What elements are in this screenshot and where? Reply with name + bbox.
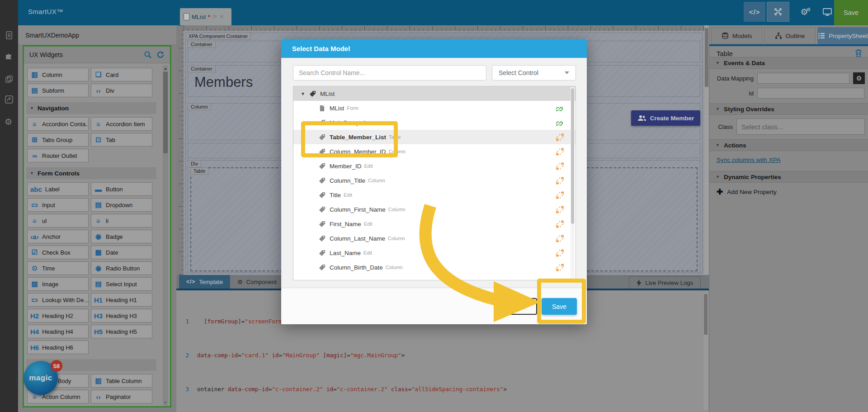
- node-type-icon: [319, 250, 326, 256]
- tree-scrollbar[interactable]: [571, 87, 575, 279]
- select-control-value: Select Control: [499, 69, 538, 76]
- node-type-icon: [309, 90, 316, 97]
- link-state-icon[interactable]: [556, 133, 564, 141]
- link-state-icon[interactable]: [556, 235, 564, 242]
- node-type-icon: [319, 105, 326, 112]
- annotation-arrow: [389, 194, 552, 330]
- node-label: Column_Birth_Date: [330, 264, 383, 271]
- link-state-icon[interactable]: [556, 119, 564, 127]
- node-label: First_Name: [330, 221, 361, 227]
- link-state-icon[interactable]: [556, 220, 564, 228]
- link-state-icon[interactable]: [556, 90, 564, 98]
- node-type-tag: Form: [347, 105, 359, 111]
- link-state-icon[interactable]: [556, 104, 564, 112]
- tree-row[interactable]: ▼ Column_Title Column: [293, 173, 576, 188]
- node-type-tag: Edit: [364, 221, 373, 227]
- node-label: Last_Name: [330, 250, 361, 256]
- link-state-icon[interactable]: [556, 162, 564, 170]
- node-type-icon: [319, 177, 326, 184]
- scrollbar-thumb[interactable]: [571, 88, 574, 224]
- chevron-down-icon: [565, 71, 569, 74]
- link-state-icon[interactable]: [556, 177, 564, 185]
- node-label: Member_ID: [330, 163, 362, 170]
- node-type-icon: [319, 264, 326, 271]
- link-state-icon[interactable]: [556, 264, 564, 271]
- node-type-tag: Column: [368, 178, 385, 183]
- annotation-highlight-table-member-list: [301, 121, 398, 157]
- node-label: MList: [330, 105, 344, 112]
- select-control-dropdown[interactable]: Select Control: [492, 65, 576, 81]
- node-type-tag: Edit: [344, 192, 352, 198]
- node-type-icon: [319, 206, 326, 213]
- link-state-icon[interactable]: [556, 206, 564, 213]
- link-state-icon[interactable]: [556, 148, 564, 156]
- tree-row[interactable]: ▼ MList: [293, 86, 576, 101]
- smartux-designer: ⚙ SmartUX™ MList * ⟳ ✕ </> ⚙⚙ Save Smart…: [0, 0, 868, 412]
- node-type-icon: [319, 235, 326, 242]
- link-state-icon[interactable]: [556, 249, 564, 257]
- tree-caret-icon[interactable]: ▼: [301, 91, 305, 96]
- node-type-icon: [319, 163, 326, 170]
- node-type-tag: Edit: [363, 250, 372, 256]
- dialog-title: Select Data Model: [292, 45, 350, 52]
- node-label: Column_First_Name: [330, 206, 386, 213]
- node-label: MList: [320, 90, 335, 97]
- node-type-icon: [319, 192, 326, 199]
- control-search-input[interactable]: [293, 65, 486, 81]
- dialog-header: Select Data Model: [281, 39, 587, 58]
- node-label: Title: [330, 192, 341, 199]
- node-type-tag: Edit: [364, 163, 373, 169]
- link-state-icon[interactable]: [556, 191, 564, 199]
- node-type-icon: [319, 221, 326, 227]
- node-label: Column_Title: [330, 177, 365, 184]
- tree-row[interactable]: ▼ MList Form: [293, 101, 576, 115]
- tree-row[interactable]: ▼ Member_ID Edit: [293, 159, 576, 173]
- node-label: Column_Last_Name: [330, 235, 385, 242]
